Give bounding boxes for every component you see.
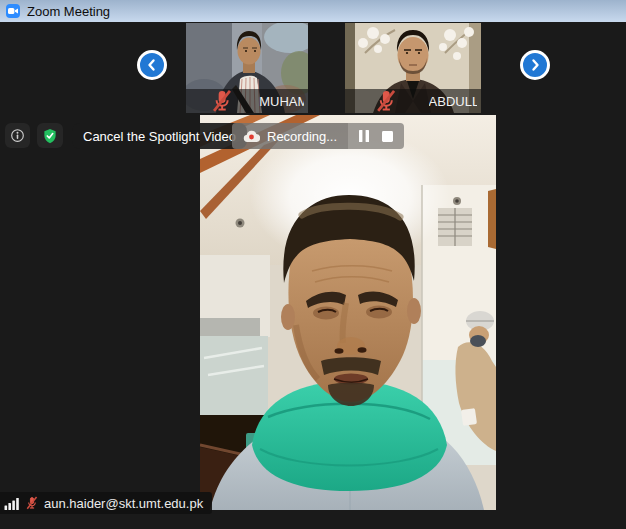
- next-participants-button[interactable]: [520, 50, 550, 80]
- titlebar: Zoom Meeting: [0, 0, 626, 22]
- recording-indicator: Recording...: [232, 123, 404, 149]
- zoom-camera-icon: [6, 4, 20, 18]
- participant-video-thumbnail[interactable]: ABDULLAH ...: [345, 23, 481, 113]
- chevron-left-icon: [144, 57, 160, 73]
- previous-participants-button[interactable]: [137, 50, 167, 80]
- participant-name: MUHAMMA...: [259, 94, 304, 109]
- security-button[interactable]: [37, 123, 63, 148]
- participant-name-tag: MUHAMMA...: [186, 89, 308, 113]
- mic-muted-icon: [25, 496, 39, 510]
- active-speaker-tag: aun.haider@skt.umt.edu.pk: [0, 492, 212, 514]
- active-speaker-email: aun.haider@skt.umt.edu.pk: [44, 496, 203, 511]
- recording-label: Recording...: [267, 129, 337, 144]
- pause-icon: [359, 130, 369, 142]
- spotlight-video-frame: [200, 115, 496, 510]
- meeting-information-button[interactable]: [5, 123, 30, 148]
- mic-muted-icon: [190, 89, 254, 113]
- spotlight-video[interactable]: [200, 115, 496, 510]
- recording-controls: [348, 123, 404, 149]
- info-icon: [9, 127, 26, 144]
- mic-muted-icon: [349, 89, 424, 113]
- chevron-right-icon: [527, 57, 543, 73]
- cancel-spotlight-button[interactable]: Cancel the Spotlight Video: [72, 123, 247, 149]
- network-signal-bars-icon: [4, 496, 20, 511]
- participant-video-thumbnail[interactable]: MUHAMMA...: [186, 23, 308, 113]
- stop-recording-button[interactable]: [382, 131, 393, 142]
- participant-name-tag: ABDULLAH ...: [345, 89, 481, 113]
- cloud-recording-icon: [243, 130, 260, 143]
- pause-recording-button[interactable]: [359, 130, 369, 142]
- stop-icon: [382, 131, 393, 142]
- security-shield-check-icon: [41, 127, 59, 145]
- window-title: Zoom Meeting: [27, 4, 110, 19]
- participant-name: ABDULLAH ...: [429, 94, 477, 109]
- zoom-meeting-window: Zoom Meeting: [0, 0, 626, 529]
- recording-status: Recording...: [232, 123, 348, 149]
